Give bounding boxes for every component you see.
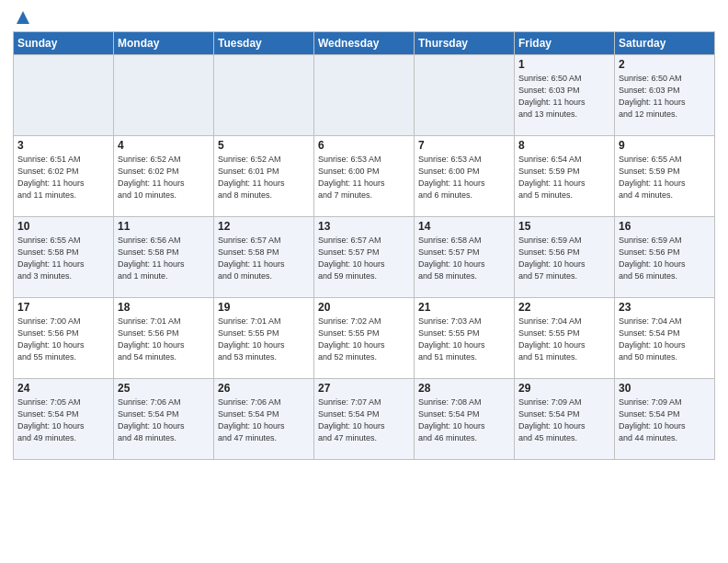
day-number: 12 bbox=[218, 220, 310, 233]
calendar-week-row: 3Sunrise: 6:51 AMSunset: 6:02 PMDaylight… bbox=[14, 136, 715, 217]
calendar-cell: 15Sunrise: 6:59 AMSunset: 5:56 PMDayligh… bbox=[515, 217, 615, 298]
calendar-cell: 25Sunrise: 7:06 AMSunset: 5:54 PMDayligh… bbox=[114, 379, 214, 460]
calendar-cell: 9Sunrise: 6:55 AMSunset: 5:59 PMDaylight… bbox=[615, 136, 715, 217]
calendar-cell: 20Sunrise: 7:02 AMSunset: 5:55 PMDayligh… bbox=[314, 298, 415, 379]
day-number: 11 bbox=[118, 220, 210, 233]
calendar-cell: 6Sunrise: 6:53 AMSunset: 6:00 PMDaylight… bbox=[314, 136, 415, 217]
day-detail: Sunrise: 7:01 AMSunset: 5:55 PMDaylight:… bbox=[218, 316, 310, 363]
calendar-cell: 29Sunrise: 7:09 AMSunset: 5:54 PMDayligh… bbox=[515, 379, 615, 460]
day-detail: Sunrise: 6:59 AMSunset: 5:56 PMDaylight:… bbox=[619, 235, 711, 282]
calendar-cell: 8Sunrise: 6:54 AMSunset: 5:59 PMDaylight… bbox=[515, 136, 615, 217]
day-number: 2 bbox=[619, 58, 711, 71]
calendar-cell: 14Sunrise: 6:58 AMSunset: 5:57 PMDayligh… bbox=[415, 217, 515, 298]
calendar-cell bbox=[14, 55, 114, 136]
calendar-header-friday: Friday bbox=[515, 32, 615, 55]
day-number: 29 bbox=[518, 382, 610, 395]
calendar-cell bbox=[114, 55, 214, 136]
calendar-cell: 30Sunrise: 7:09 AMSunset: 5:54 PMDayligh… bbox=[615, 379, 715, 460]
calendar-cell: 7Sunrise: 6:53 AMSunset: 6:00 PMDaylight… bbox=[415, 136, 515, 217]
day-number: 18 bbox=[118, 301, 210, 314]
calendar-cell: 5Sunrise: 6:52 AMSunset: 6:01 PMDaylight… bbox=[214, 136, 314, 217]
calendar-header-saturday: Saturday bbox=[615, 32, 715, 55]
day-number: 13 bbox=[318, 220, 410, 233]
calendar-header-sunday: Sunday bbox=[14, 32, 114, 55]
day-number: 20 bbox=[318, 301, 410, 314]
day-number: 28 bbox=[418, 382, 510, 395]
day-number: 15 bbox=[518, 220, 610, 233]
calendar-cell: 17Sunrise: 7:00 AMSunset: 5:56 PMDayligh… bbox=[14, 298, 114, 379]
calendar: SundayMondayTuesdayWednesdayThursdayFrid… bbox=[13, 31, 715, 460]
day-number: 19 bbox=[218, 301, 310, 314]
day-number: 6 bbox=[318, 139, 410, 152]
day-detail: Sunrise: 6:56 AMSunset: 5:58 PMDaylight:… bbox=[118, 235, 210, 282]
day-detail: Sunrise: 6:55 AMSunset: 5:58 PMDaylight:… bbox=[17, 235, 109, 282]
day-detail: Sunrise: 6:55 AMSunset: 5:59 PMDaylight:… bbox=[619, 154, 711, 201]
day-detail: Sunrise: 6:53 AMSunset: 6:00 PMDaylight:… bbox=[418, 154, 510, 201]
day-number: 14 bbox=[418, 220, 510, 233]
calendar-cell: 26Sunrise: 7:06 AMSunset: 5:54 PMDayligh… bbox=[214, 379, 314, 460]
day-detail: Sunrise: 7:06 AMSunset: 5:54 PMDaylight:… bbox=[218, 396, 310, 444]
day-number: 4 bbox=[118, 139, 210, 152]
calendar-week-row: 17Sunrise: 7:00 AMSunset: 5:56 PMDayligh… bbox=[14, 298, 715, 379]
calendar-week-row: 1Sunrise: 6:50 AMSunset: 6:03 PMDaylight… bbox=[14, 55, 715, 136]
day-number: 7 bbox=[418, 139, 510, 152]
day-detail: Sunrise: 7:05 AMSunset: 5:54 PMDaylight:… bbox=[17, 396, 109, 444]
day-number: 22 bbox=[518, 301, 610, 314]
logo bbox=[13, 9, 31, 26]
day-detail: Sunrise: 7:06 AMSunset: 5:54 PMDaylight:… bbox=[118, 396, 210, 444]
day-number: 9 bbox=[619, 139, 711, 152]
calendar-cell: 23Sunrise: 7:04 AMSunset: 5:54 PMDayligh… bbox=[615, 298, 715, 379]
calendar-cell: 4Sunrise: 6:52 AMSunset: 6:02 PMDaylight… bbox=[114, 136, 214, 217]
calendar-week-row: 24Sunrise: 7:05 AMSunset: 5:54 PMDayligh… bbox=[14, 379, 715, 460]
day-number: 3 bbox=[17, 139, 109, 152]
svg-marker-0 bbox=[17, 11, 29, 24]
day-number: 25 bbox=[118, 382, 210, 395]
day-detail: Sunrise: 6:50 AMSunset: 6:03 PMDaylight:… bbox=[619, 73, 711, 121]
day-number: 8 bbox=[518, 139, 610, 152]
day-number: 5 bbox=[218, 139, 310, 152]
calendar-header-monday: Monday bbox=[114, 32, 214, 55]
day-detail: Sunrise: 7:02 AMSunset: 5:55 PMDaylight:… bbox=[318, 316, 410, 363]
calendar-cell: 22Sunrise: 7:04 AMSunset: 5:55 PMDayligh… bbox=[515, 298, 615, 379]
day-detail: Sunrise: 6:51 AMSunset: 6:02 PMDaylight:… bbox=[17, 154, 109, 201]
calendar-cell bbox=[314, 55, 415, 136]
day-detail: Sunrise: 7:00 AMSunset: 5:56 PMDaylight:… bbox=[17, 316, 109, 363]
day-number: 26 bbox=[218, 382, 310, 395]
calendar-header-tuesday: Tuesday bbox=[214, 32, 314, 55]
calendar-cell: 24Sunrise: 7:05 AMSunset: 5:54 PMDayligh… bbox=[14, 379, 114, 460]
day-number: 16 bbox=[619, 220, 711, 233]
calendar-header-thursday: Thursday bbox=[415, 32, 515, 55]
logo-icon bbox=[15, 9, 31, 26]
calendar-cell: 27Sunrise: 7:07 AMSunset: 5:54 PMDayligh… bbox=[314, 379, 415, 460]
calendar-header-row: SundayMondayTuesdayWednesdayThursdayFrid… bbox=[14, 32, 715, 55]
day-detail: Sunrise: 7:04 AMSunset: 5:54 PMDaylight:… bbox=[619, 316, 711, 363]
day-number: 30 bbox=[619, 382, 711, 395]
day-detail: Sunrise: 7:08 AMSunset: 5:54 PMDaylight:… bbox=[418, 396, 510, 444]
day-detail: Sunrise: 6:59 AMSunset: 5:56 PMDaylight:… bbox=[518, 235, 610, 282]
calendar-header-wednesday: Wednesday bbox=[314, 32, 415, 55]
day-number: 1 bbox=[518, 58, 610, 71]
day-number: 27 bbox=[318, 382, 410, 395]
day-number: 21 bbox=[418, 301, 510, 314]
day-detail: Sunrise: 6:52 AMSunset: 6:02 PMDaylight:… bbox=[118, 154, 210, 201]
day-detail: Sunrise: 7:07 AMSunset: 5:54 PMDaylight:… bbox=[318, 396, 410, 444]
header bbox=[13, 9, 715, 26]
calendar-cell: 21Sunrise: 7:03 AMSunset: 5:55 PMDayligh… bbox=[415, 298, 515, 379]
calendar-cell: 13Sunrise: 6:57 AMSunset: 5:57 PMDayligh… bbox=[314, 217, 415, 298]
day-detail: Sunrise: 6:53 AMSunset: 6:00 PMDaylight:… bbox=[318, 154, 410, 201]
calendar-cell: 3Sunrise: 6:51 AMSunset: 6:02 PMDaylight… bbox=[14, 136, 114, 217]
day-detail: Sunrise: 6:58 AMSunset: 5:57 PMDaylight:… bbox=[418, 235, 510, 282]
day-detail: Sunrise: 7:09 AMSunset: 5:54 PMDaylight:… bbox=[518, 396, 610, 444]
day-detail: Sunrise: 6:52 AMSunset: 6:01 PMDaylight:… bbox=[218, 154, 310, 201]
calendar-cell: 18Sunrise: 7:01 AMSunset: 5:56 PMDayligh… bbox=[114, 298, 214, 379]
day-number: 23 bbox=[619, 301, 711, 314]
calendar-cell: 1Sunrise: 6:50 AMSunset: 6:03 PMDaylight… bbox=[515, 55, 615, 136]
day-detail: Sunrise: 7:03 AMSunset: 5:55 PMDaylight:… bbox=[418, 316, 510, 363]
calendar-cell bbox=[214, 55, 314, 136]
day-detail: Sunrise: 6:50 AMSunset: 6:03 PMDaylight:… bbox=[518, 73, 610, 121]
day-number: 17 bbox=[17, 301, 109, 314]
day-detail: Sunrise: 7:09 AMSunset: 5:54 PMDaylight:… bbox=[619, 396, 711, 444]
calendar-cell: 12Sunrise: 6:57 AMSunset: 5:58 PMDayligh… bbox=[214, 217, 314, 298]
day-detail: Sunrise: 7:04 AMSunset: 5:55 PMDaylight:… bbox=[518, 316, 610, 363]
calendar-cell: 2Sunrise: 6:50 AMSunset: 6:03 PMDaylight… bbox=[615, 55, 715, 136]
